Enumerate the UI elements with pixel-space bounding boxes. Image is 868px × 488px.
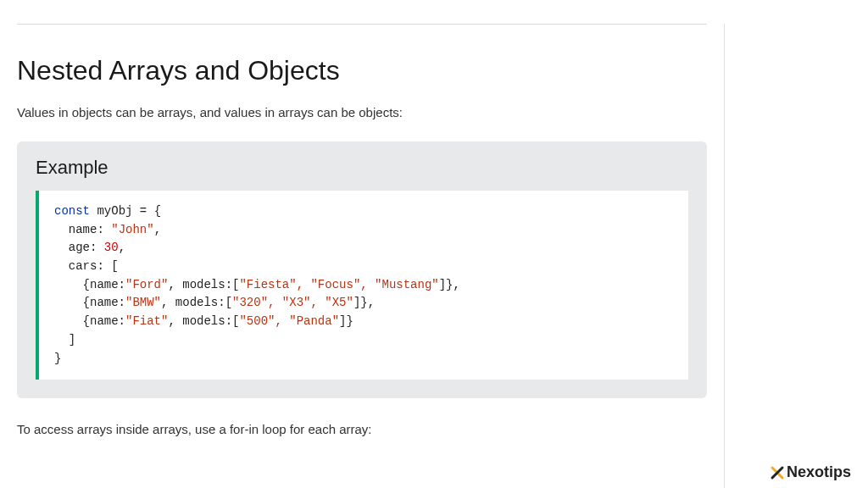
code-car2-name: "BMW"	[125, 296, 161, 309]
example-label: Example	[36, 157, 688, 179]
code-car2-models: "320", "X3", "X5"	[232, 296, 353, 309]
code-prop-age: age	[69, 241, 90, 254]
brand-x-icon	[770, 463, 785, 481]
code-car3-models: "500", "Panda"	[239, 314, 339, 328]
intro-text: Values in objects can be arrays, and val…	[17, 105, 707, 119]
code-varname: myObj	[97, 204, 132, 218]
code-val-age: 30	[104, 241, 119, 254]
brand-footer: Nexotips	[770, 463, 851, 481]
code-car1-name: "Ford"	[125, 278, 168, 291]
main-content: Nested Arrays and Objects Values in obje…	[0, 24, 725, 488]
page-title: Nested Arrays and Objects	[17, 55, 707, 86]
code-block: const myObj = { name: "John", age: 30, c…	[36, 191, 688, 380]
top-divider	[17, 24, 707, 25]
code-val-name: "John"	[111, 223, 153, 236]
outro-text: To access arrays inside arrays, use a fo…	[17, 422, 707, 436]
brand-name: Nexotips	[787, 463, 851, 481]
code-prop-cars: cars	[69, 259, 97, 273]
code-keyword: const	[54, 204, 90, 218]
code-car3-name: "Fiat"	[125, 314, 168, 328]
code-prop-name: name	[69, 223, 97, 236]
example-box: Example const myObj = { name: "John", ag…	[17, 141, 707, 398]
code-car1-models: "Fiesta", "Focus", "Mustang"	[239, 278, 438, 291]
